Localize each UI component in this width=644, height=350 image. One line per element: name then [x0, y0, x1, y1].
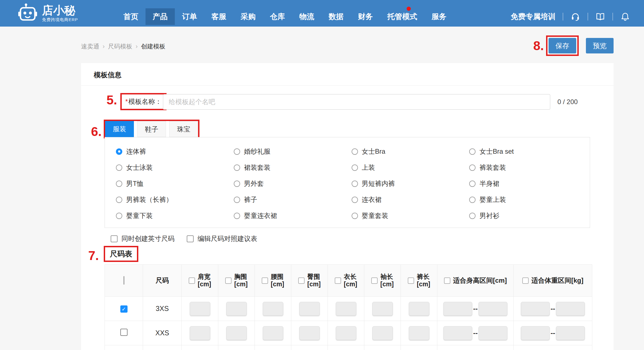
nav-item-财务[interactable]: 财务: [351, 8, 380, 25]
save-button[interactable]: 保存: [549, 38, 576, 53]
radio-option-label: 上装: [362, 163, 375, 172]
nav-item-订单[interactable]: 订单: [175, 8, 204, 25]
measure-input[interactable]: [372, 302, 393, 316]
range-min-input[interactable]: [443, 302, 472, 316]
radio-option-裙装套装[interactable]: 裙装套装: [234, 159, 352, 176]
radio-option-裤子[interactable]: 裤子: [234, 192, 352, 208]
column-checkbox[interactable]: [408, 277, 414, 284]
column-name: 适合身高区间[cm]: [453, 276, 507, 285]
nav-item-服务[interactable]: 服务: [424, 8, 454, 25]
headset-icon[interactable]: [570, 12, 580, 22]
tab-珠宝[interactable]: 珠宝: [169, 121, 198, 137]
nav-item-产品[interactable]: 产品: [146, 8, 175, 25]
nav-item-物流[interactable]: 物流: [292, 8, 321, 25]
column-name: 肩宽: [198, 273, 211, 280]
cell-size: [143, 345, 182, 350]
radio-option-女士Bra[interactable]: 女士Bra: [352, 143, 469, 159]
nav-item-客服[interactable]: 客服: [204, 8, 233, 25]
range-min-input[interactable]: [521, 302, 550, 316]
column-checkbox[interactable]: [189, 277, 195, 284]
radio-option-女士泳装[interactable]: 女士泳装: [116, 159, 234, 176]
template-name-label: 模板名称：: [128, 97, 162, 106]
radio-option-男裤装（长裤）[interactable]: 男裤装（长裤）: [116, 192, 234, 208]
free-training-link[interactable]: 免费专属培训: [511, 12, 555, 22]
header-cell-袖长: 袖长[cm]: [364, 265, 401, 297]
tab-鞋子[interactable]: 鞋子: [137, 121, 166, 137]
cell-measure-袖长: [364, 297, 401, 321]
measure-input[interactable]: [190, 326, 210, 340]
template-info-card: 模板信息 5. * 模板名称： 0 / 200 6. 服装鞋子珠宝 连体裤婚纱礼…: [81, 63, 614, 350]
radio-option-女士Bra set[interactable]: 女士Bra set: [469, 143, 587, 159]
measure-input[interactable]: [409, 302, 429, 316]
nav-item-首页[interactable]: 首页: [116, 8, 146, 25]
radio-option-label: 男短裤内裤: [362, 179, 395, 188]
radio-icon: [352, 213, 358, 219]
breadcrumb-item[interactable]: 尺码模板: [108, 42, 132, 51]
radio-option-半身裙[interactable]: 半身裙: [469, 176, 587, 192]
column-checkbox[interactable]: [298, 277, 305, 284]
preview-button[interactable]: 预览: [586, 38, 614, 53]
radio-option-男衬衫[interactable]: 男衬衫: [469, 208, 587, 224]
column-checkbox[interactable]: [262, 277, 268, 284]
category-tabs: 服装鞋子珠宝: [104, 120, 199, 138]
range-min-input[interactable]: [521, 326, 550, 340]
range-max-input[interactable]: [556, 326, 585, 340]
breadcrumb: 速卖通›尺码模板›创建模板: [81, 42, 165, 51]
template-name-input[interactable]: [163, 94, 550, 110]
column-checkbox[interactable]: [522, 277, 529, 284]
column-checkbox[interactable]: [335, 277, 341, 284]
radio-option-男T恤[interactable]: 男T恤: [116, 176, 234, 192]
measure-input[interactable]: [299, 302, 320, 316]
radio-option-男外套[interactable]: 男外套: [234, 176, 352, 192]
row-checkbox[interactable]: ✓: [120, 305, 128, 313]
measure-input[interactable]: [372, 326, 393, 340]
checkbox-icon: [111, 235, 118, 242]
nav-item-采购[interactable]: 采购: [233, 8, 263, 25]
nav-item-仓库[interactable]: 仓库: [263, 8, 292, 25]
radio-option-婚纱礼服[interactable]: 婚纱礼服: [234, 143, 352, 159]
range-min-input[interactable]: [443, 326, 472, 340]
row-checkbox[interactable]: [120, 329, 128, 336]
column-title: 臀围[cm]: [307, 273, 321, 288]
radio-option-label: 婴童套装: [362, 211, 388, 220]
radio-option-婴童连衣裙[interactable]: 婴童连衣裙: [234, 208, 352, 224]
bell-icon[interactable]: [620, 12, 630, 22]
radio-option-上装[interactable]: 上装: [352, 159, 469, 176]
required-mark: *: [125, 98, 128, 105]
range-separator: --: [473, 305, 478, 313]
measure-input[interactable]: [263, 302, 283, 316]
measure-input[interactable]: [226, 302, 247, 316]
create-inch-size-checkbox-group[interactable]: 同时创建英寸尺码: [111, 234, 175, 243]
radio-option-婴童套装[interactable]: 婴童套装: [352, 208, 469, 224]
range-max-input[interactable]: [479, 302, 507, 316]
select-all-checkbox[interactable]: [123, 276, 124, 285]
radio-option-连衣裙[interactable]: 连衣裙: [352, 192, 469, 208]
measure-input[interactable]: [190, 302, 210, 316]
range-max-input[interactable]: [556, 302, 585, 316]
app-logo[interactable]: 店小秘 免费跨境电商ERP: [18, 0, 78, 27]
header-cell-content: 衣长[cm]: [328, 273, 364, 288]
measure-input[interactable]: [336, 326, 356, 340]
radio-option-婴童下装[interactable]: 婴童下装: [116, 208, 234, 224]
measure-input[interactable]: [336, 302, 356, 316]
radio-option-婴童上装[interactable]: 婴童上装: [469, 192, 587, 208]
breadcrumb-item[interactable]: 速卖通: [81, 42, 99, 51]
column-checkbox[interactable]: [225, 277, 232, 284]
measure-input[interactable]: [299, 326, 320, 340]
book-icon[interactable]: [595, 12, 605, 22]
edit-size-compare-checkbox-group[interactable]: 编辑尺码对照建议表: [187, 234, 257, 243]
measure-input[interactable]: [263, 326, 283, 340]
tab-服装[interactable]: 服装: [105, 121, 134, 137]
nav-item-托管模式[interactable]: 托管模式: [380, 8, 424, 25]
size-table-title: 尺码表: [104, 246, 138, 262]
radio-option-连体裤[interactable]: 连体裤: [116, 143, 234, 159]
measure-input[interactable]: [226, 326, 247, 340]
column-unit: [cm]: [417, 280, 430, 288]
radio-option-男短裤内裤[interactable]: 男短裤内裤: [352, 176, 469, 192]
nav-item-数据[interactable]: 数据: [321, 8, 351, 25]
radio-option-裤装套装[interactable]: 裤装套装: [469, 159, 587, 176]
column-checkbox[interactable]: [444, 277, 450, 284]
measure-input[interactable]: [409, 326, 429, 340]
column-checkbox[interactable]: [371, 277, 378, 284]
range-max-input[interactable]: [479, 326, 507, 340]
